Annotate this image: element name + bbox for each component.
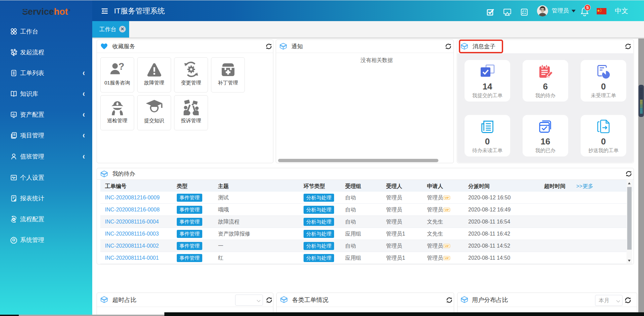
svg-text:?: ? [118,61,124,72]
